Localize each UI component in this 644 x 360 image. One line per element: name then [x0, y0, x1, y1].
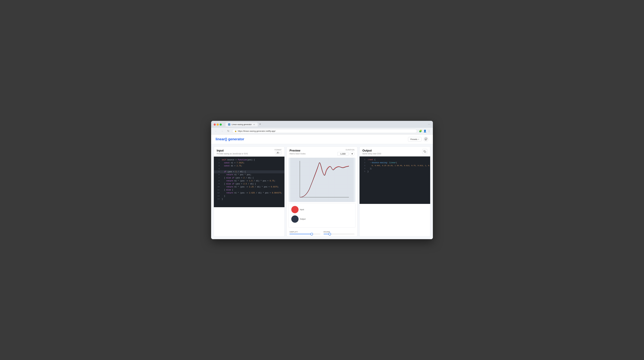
simplify-fill — [290, 234, 312, 234]
github-icon — [424, 138, 427, 141]
output-ball — [291, 215, 298, 223]
duration-label: DURATION — [346, 149, 354, 151]
traffic-lights — [214, 124, 222, 126]
code-line: 7 } else if (pos < 2 / d1) { — [214, 177, 284, 180]
output-code-line: 4 ); — [360, 167, 430, 170]
simplify-label: SIMPLIFY — [290, 231, 320, 233]
address-bar: ← → ↻ 🔒 https://linear-easing-generator.… — [211, 128, 433, 135]
new-tab-button[interactable]: + — [258, 123, 262, 126]
input-panel-subtitle: Provide easing as JavaScript or SVG — [217, 153, 248, 155]
pause-icon: ⏸ — [351, 153, 353, 155]
code-line: 2 const n1 = 7.5625; — [214, 162, 284, 165]
code-line: 1 self.bounce = function(pos) { — [214, 159, 284, 162]
round-slider-group: ROUND — [324, 231, 354, 234]
output-ball-row: Output — [291, 215, 353, 223]
format-value: JS — [276, 152, 279, 154]
minimize-button[interactable] — [217, 124, 219, 126]
code-line: 12 return n1 * (pos -= 2.625 / d1) * pos… — [214, 191, 284, 194]
title-bar: ⚡ Linear easing generator ✕ + ⋯ — [211, 121, 433, 128]
code-line: 4 — [214, 168, 284, 171]
browser-tab[interactable]: ⚡ Linear easing generator ✕ — [226, 122, 258, 127]
extensions-icon[interactable]: 🧩 — [419, 130, 422, 133]
code-line: 11 } else { — [214, 188, 284, 191]
toolbar-right: 🧩 👤 ⋮ — [419, 130, 430, 133]
code-line: 3 const d1 = 2.75; — [214, 165, 284, 168]
maximize-button[interactable] — [220, 124, 222, 126]
preview-panel-header: Preview Here's how it looks: DURATION ⏸ — [287, 147, 357, 158]
preview-panel-title: Preview — [290, 149, 306, 152]
output-code-line: 5 } — [360, 170, 430, 173]
tab-close-button[interactable]: ✕ — [253, 123, 255, 126]
url-bar[interactable]: 🔒 https://linear-easing-generator.netlif… — [232, 129, 417, 133]
simplify-track[interactable] — [290, 234, 320, 234]
page-content: linear() generator Presets ▾ Inp — [211, 135, 433, 239]
main-panels: Input Provide easing as JavaScript or SV… — [211, 144, 433, 239]
output-panel-title: Output — [362, 149, 381, 152]
duration-control: DURATION ⏸ — [337, 149, 354, 156]
code-line: 8 return n1 * (pos -= 1.5 / d1) * pos + … — [214, 180, 284, 182]
format-label: FORMAT — [275, 149, 282, 151]
output-code-line: 2 --bounce-easing: linear( — [360, 161, 430, 164]
profile-icon[interactable]: 👤 — [423, 130, 426, 133]
duration-input[interactable] — [337, 152, 348, 156]
github-button[interactable] — [423, 137, 428, 142]
input-ball — [291, 206, 298, 213]
presets-label: Presets — [410, 138, 417, 141]
code-line: 5 if (pos < 1 / d1) { — [214, 170, 284, 173]
url-text: https://linear-easing-generator.netlify.… — [238, 130, 276, 132]
header-right: Presets ▾ — [408, 137, 428, 142]
slider-section: SIMPLIFY ROUND — [287, 229, 357, 236]
simplify-slider-group: SIMPLIFY — [290, 231, 320, 234]
copy-button[interactable] — [422, 149, 427, 154]
menu-icon[interactable]: ⋮ — [428, 130, 430, 133]
presets-button[interactable]: Presets ▾ — [408, 137, 422, 142]
code-line: 14 } — [214, 198, 284, 201]
code-line: 6 return n1 * pos * pos; — [214, 173, 284, 176]
output-panel-header: Output Some shiny new CSS! — [360, 147, 430, 157]
output-code: 1 :root { 2 --bounce-easing: linear( 3 0… — [360, 157, 430, 204]
output-code-line: 3 0, 0.063, 0.25 18.2%, 1 36.4%, 0.813, … — [360, 164, 430, 167]
input-ball-row: Input — [291, 206, 353, 213]
lock-icon: 🔒 — [234, 130, 237, 132]
round-thumb[interactable] — [328, 233, 331, 235]
tab-bar: ⚡ Linear easing generator ✕ + — [226, 122, 426, 127]
input-panel: Input Provide easing as JavaScript or SV… — [214, 147, 284, 237]
code-editor[interactable]: 1 self.bounce = function(pos) { 2 const … — [214, 157, 284, 207]
input-ball-label: Input — [300, 208, 304, 211]
input-panel-title: Input — [217, 149, 248, 152]
preview-panel-subtitle: Here's how it looks: — [290, 153, 306, 155]
output-ball-label: Output — [300, 218, 306, 220]
tab-favicon: ⚡ — [228, 123, 230, 126]
format-control: FORMAT JS ▾ — [275, 149, 282, 155]
window-controls: ⋯ — [428, 123, 430, 126]
refresh-button[interactable]: ↻ — [226, 129, 230, 133]
svg-rect-4 — [424, 151, 426, 153]
output-code-line: 1 :root { — [360, 158, 430, 161]
pause-button[interactable]: ⏸ — [350, 151, 354, 156]
code-line: 13 } — [214, 195, 284, 198]
chevron-down-icon: ▾ — [418, 138, 419, 140]
animation-preview: Input Output — [288, 203, 356, 228]
output-panel-subtitle: Some shiny new CSS! — [362, 153, 381, 155]
format-select[interactable]: JS ▾ — [275, 151, 282, 155]
browser-window: ⚡ Linear easing generator ✕ + ⋯ ← → ↻ 🔒 … — [211, 121, 433, 239]
round-label: ROUND — [324, 231, 354, 233]
code-line: 9 } else if (pos < 2.5 / d1) { — [214, 182, 284, 185]
copy-icon — [424, 150, 426, 153]
preview-panel: Preview Here's how it looks: DURATION ⏸ — [286, 147, 358, 237]
round-track[interactable] — [324, 234, 354, 234]
forward-button[interactable]: → — [220, 129, 224, 133]
simplify-thumb[interactable] — [310, 233, 313, 235]
close-button[interactable] — [214, 124, 216, 126]
back-button[interactable]: ← — [214, 129, 218, 133]
app-logo: linear() generator — [216, 137, 244, 141]
duration-row: ⏸ — [337, 151, 354, 156]
easing-chart-svg — [288, 158, 356, 202]
output-panel: Output Some shiny new CSS! 1 :root { — [360, 147, 430, 237]
app-header: linear() generator Presets ▾ — [211, 135, 433, 144]
input-panel-header: Input Provide easing as JavaScript or SV… — [214, 147, 284, 157]
tab-title: Linear easing generator — [232, 123, 252, 126]
easing-chart — [288, 158, 356, 202]
code-line: 10 return n1 * (pos -= 2.25 / d1) * pos … — [214, 185, 284, 188]
format-chevron: ▾ — [280, 152, 280, 154]
